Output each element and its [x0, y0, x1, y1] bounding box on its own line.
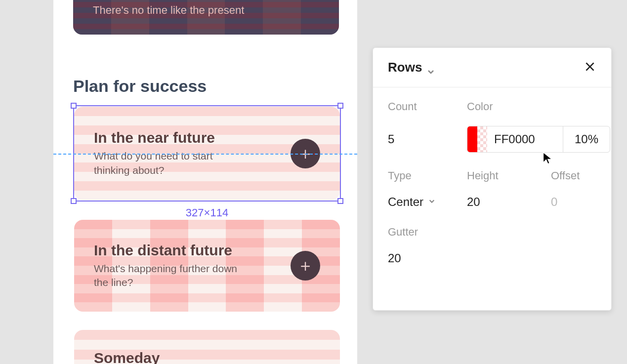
- gutter-input[interactable]: 20: [388, 251, 596, 265]
- layout-grid-panel: Rows Count Color 5: [373, 47, 612, 311]
- chevron-down-icon: [428, 198, 435, 206]
- plus-icon: ＋: [297, 254, 314, 277]
- panel-title-dropdown[interactable]: Rows: [388, 60, 435, 75]
- design-canvas[interactable]: There's no time like the present Plan fo…: [53, 0, 357, 364]
- card-someday[interactable]: Someday: [74, 330, 340, 364]
- card-title: In the near future: [94, 129, 242, 146]
- card-title: In the distant future: [94, 242, 242, 259]
- add-button[interactable]: ＋: [291, 251, 320, 281]
- chevron-down-icon: [427, 64, 435, 72]
- offset-input[interactable]: 0: [551, 195, 600, 209]
- label-count: Count: [388, 100, 467, 113]
- card-distant-future[interactable]: In the distant future What's happening f…: [74, 220, 340, 312]
- close-button[interactable]: [584, 60, 596, 75]
- card-present[interactable]: There's no time like the present: [73, 0, 339, 35]
- card-caption: There's no time like the present: [93, 4, 244, 17]
- card-subtitle: What's happening further down the line?: [94, 262, 242, 290]
- label-offset: Offset: [551, 169, 600, 182]
- alignment-guide: [53, 154, 357, 155]
- selection-dimensions: 327×114: [73, 206, 341, 219]
- label-type: Type: [388, 169, 467, 182]
- resize-handle-tr[interactable]: [337, 103, 343, 109]
- color-hex-input[interactable]: FF0000: [487, 126, 563, 152]
- label-height: Height: [467, 169, 551, 182]
- type-dropdown[interactable]: Center: [388, 195, 467, 209]
- label-color: Color: [467, 100, 596, 113]
- color-input[interactable]: FF0000 10%: [467, 126, 610, 153]
- resize-handle-br[interactable]: [337, 198, 343, 204]
- label-gutter: Gutter: [388, 226, 596, 239]
- color-opacity-input[interactable]: 10%: [563, 126, 610, 152]
- close-icon: [584, 66, 596, 75]
- card-title: Someday: [94, 350, 160, 364]
- height-input[interactable]: 20: [467, 195, 551, 209]
- section-title: Plan for success: [73, 77, 207, 96]
- type-value: Center: [388, 195, 423, 209]
- count-input[interactable]: 5: [388, 132, 467, 146]
- color-swatch[interactable]: [467, 126, 487, 152]
- panel-title-text: Rows: [388, 60, 422, 75]
- resize-handle-tl[interactable]: [71, 103, 77, 109]
- resize-handle-bl[interactable]: [71, 198, 77, 204]
